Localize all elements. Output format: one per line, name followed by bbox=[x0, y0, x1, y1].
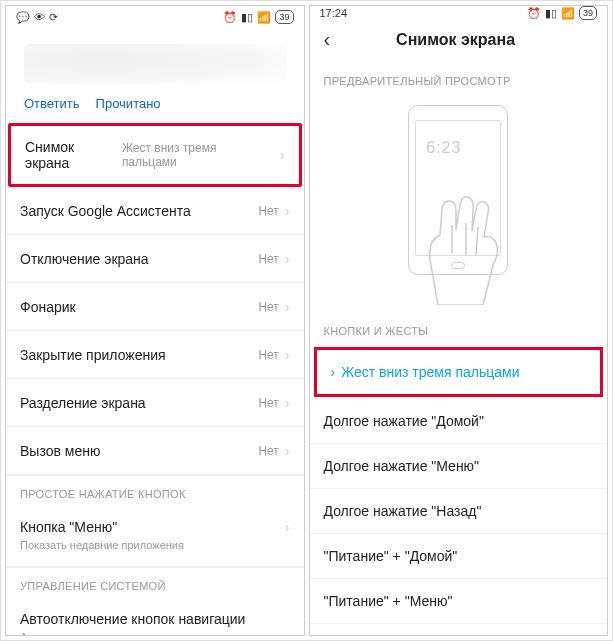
row-value: Нет bbox=[258, 444, 278, 458]
row-subtitle: Автоматически отключать кнопки навигации… bbox=[20, 630, 290, 635]
notification-preview-blur bbox=[24, 44, 286, 84]
reply-button[interactable]: Ответить bbox=[24, 96, 80, 111]
chevron-right-icon: › bbox=[331, 364, 336, 380]
row-screen-off[interactable]: Отключение экрана Нет › bbox=[6, 235, 304, 283]
wifi-icon: 📶 bbox=[257, 11, 271, 24]
row-label: Вызов меню bbox=[20, 443, 100, 459]
section-header-preview: ПРЕДВАРИТЕЛЬНЫЙ ПРОСМОТР bbox=[310, 61, 608, 95]
row-label: Снимок экрана bbox=[25, 139, 122, 171]
status-bar: 17:24 ⏰ ▮▯ 📶 39 bbox=[310, 6, 608, 20]
status-bar: 💬 👁 ⟳ ⏰ ▮▯ 📶 39 bbox=[6, 6, 304, 28]
option-label: "Питание" + "Домой" bbox=[324, 548, 458, 564]
option-label: Долгое нажатие "Меню" bbox=[324, 458, 480, 474]
chevron-right-icon: › bbox=[285, 347, 290, 363]
option-swipe-three-fingers[interactable]: › Жест вниз тремя пальцами bbox=[314, 347, 604, 397]
row-value: Нет bbox=[258, 348, 278, 362]
option-power-menu[interactable]: "Питание" + "Меню" bbox=[310, 579, 608, 624]
row-close-app[interactable]: Закрытие приложения Нет › bbox=[6, 331, 304, 379]
option-long-press-home[interactable]: Долгое нажатие "Домой" bbox=[310, 399, 608, 444]
option-label: Долгое нажатие "Домой" bbox=[324, 413, 484, 429]
row-value: Нет bbox=[258, 300, 278, 314]
row-label: Фонарик bbox=[20, 299, 76, 315]
hand-gesture-icon bbox=[418, 165, 508, 305]
signal-icon: ▮▯ bbox=[241, 11, 253, 24]
chevron-right-icon: › bbox=[285, 443, 290, 459]
row-value: Нет bbox=[258, 204, 278, 218]
nav-header: ‹ Снимок экрана bbox=[310, 20, 608, 61]
row-label: Отключение экрана bbox=[20, 251, 149, 267]
option-label: Долгое нажатие "Назад" bbox=[324, 503, 482, 519]
chevron-right-icon: › bbox=[285, 299, 290, 315]
row-menu-call[interactable]: Вызов меню Нет › bbox=[6, 427, 304, 475]
alarm-icon: ⏰ bbox=[223, 11, 237, 24]
row-label: Разделение экрана bbox=[20, 395, 146, 411]
battery-indicator: 39 bbox=[579, 6, 597, 20]
section-header-system: УПРАВЛЕНИЕ СИСТЕМОЙ bbox=[6, 567, 304, 598]
option-long-press-back[interactable]: Долгое нажатие "Назад" bbox=[310, 489, 608, 534]
right-phone-frame: 17:24 ⏰ ▮▯ 📶 39 ‹ Снимок экрана ПРЕДВАРИ… bbox=[309, 5, 609, 636]
gesture-preview-illustration: 6:23 bbox=[310, 95, 608, 311]
row-auto-off-nav[interactable]: Автоотключение кнопок навигации Автомати… bbox=[6, 598, 304, 635]
sync-icon: ⟳ bbox=[49, 11, 58, 24]
row-screenshot[interactable]: Снимок экрана Жест вниз тремя пальцами › bbox=[8, 123, 302, 187]
row-label: Кнопка "Меню" bbox=[20, 519, 117, 535]
signal-icon: ▮▯ bbox=[545, 7, 557, 20]
chevron-right-icon: › bbox=[285, 251, 290, 267]
wifi-icon: 📶 bbox=[561, 7, 575, 20]
option-label: Жест вниз тремя пальцами bbox=[341, 364, 519, 380]
notification-card: Ответить Прочитано bbox=[14, 34, 296, 121]
option-power-home[interactable]: "Питание" + "Домой" bbox=[310, 534, 608, 579]
preview-clock: 6:23 bbox=[426, 139, 500, 157]
option-label: "Питание" + "Меню" bbox=[324, 593, 453, 609]
section-header-buttons-gestures: КНОПКИ И ЖЕСТЫ bbox=[310, 311, 608, 345]
row-flashlight[interactable]: Фонарик Нет › bbox=[6, 283, 304, 331]
alarm-icon: ⏰ bbox=[527, 7, 541, 20]
chevron-right-icon: › bbox=[285, 395, 290, 411]
row-assistant[interactable]: Запуск Google Ассистента Нет › bbox=[6, 187, 304, 235]
row-value: Жест вниз тремя пальцами bbox=[122, 141, 274, 169]
row-label: Автоотключение кнопок навигации bbox=[20, 611, 245, 627]
status-time: 17:24 bbox=[320, 7, 348, 19]
chevron-right-icon: › bbox=[285, 519, 290, 535]
section-header-simple-press: ПРОСТОЕ НАЖАТИЕ КНОПОК bbox=[6, 475, 304, 506]
left-phone-frame: 💬 👁 ⟳ ⏰ ▮▯ 📶 39 Ответить Прочитано Снимо… bbox=[5, 5, 305, 636]
row-value: Нет bbox=[258, 252, 278, 266]
chevron-right-icon: › bbox=[280, 147, 285, 163]
notification-icon: 💬 bbox=[16, 11, 30, 24]
row-value: Нет bbox=[258, 396, 278, 410]
option-power-back[interactable]: "Питание" + "Назад" bbox=[310, 624, 608, 636]
mark-read-button[interactable]: Прочитано bbox=[96, 96, 161, 111]
row-label: Закрытие приложения bbox=[20, 347, 166, 363]
eye-icon: 👁 bbox=[34, 11, 45, 23]
settings-list: Снимок экрана Жест вниз тремя пальцами ›… bbox=[6, 123, 304, 635]
row-split-screen[interactable]: Разделение экрана Нет › bbox=[6, 379, 304, 427]
page-title: Снимок экрана bbox=[318, 31, 593, 49]
row-subtitle: Показать недавние приложения bbox=[20, 538, 184, 553]
chevron-right-icon: › bbox=[285, 203, 290, 219]
row-label: Запуск Google Ассистента bbox=[20, 203, 191, 219]
battery-indicator: 39 bbox=[275, 10, 293, 24]
row-menu-button[interactable]: Кнопка "Меню" › Показать недавние прилож… bbox=[6, 506, 304, 567]
option-long-press-menu[interactable]: Долгое нажатие "Меню" bbox=[310, 444, 608, 489]
